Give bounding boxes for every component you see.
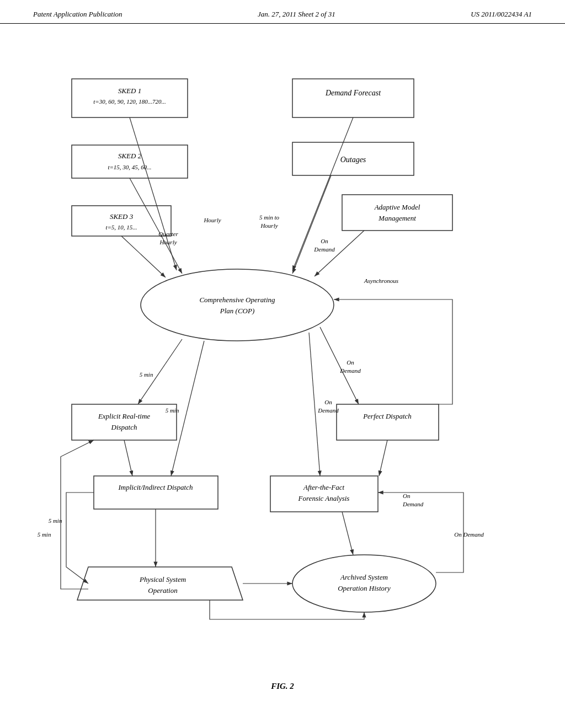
svg-text:After-the-Fact: After-the-Fact <box>303 483 344 491</box>
svg-line-55 <box>124 440 132 476</box>
svg-text:Plan (COP): Plan (COP) <box>220 307 254 315</box>
svg-text:5 min: 5 min <box>38 531 51 538</box>
svg-text:5 min: 5 min <box>166 407 179 414</box>
svg-text:Implicit/Indirect Dispatch: Implicit/Indirect Dispatch <box>118 483 193 491</box>
svg-text:Quarter: Quarter <box>158 231 178 237</box>
svg-rect-24 <box>337 404 439 440</box>
svg-rect-5 <box>72 145 188 178</box>
svg-text:Comprehensive Operating: Comprehensive Operating <box>199 296 275 304</box>
svg-line-41 <box>292 175 331 274</box>
svg-text:Demand: Demand <box>402 501 424 507</box>
header-center: Jan. 27, 2011 Sheet 2 of 31 <box>258 10 335 19</box>
svg-text:Forensic Analysis: Forensic Analysis <box>298 494 350 502</box>
svg-text:On: On <box>403 493 411 499</box>
svg-point-34 <box>292 555 436 612</box>
svg-rect-15 <box>342 195 452 231</box>
diagram: SKED 1 t=30, 60, 90, 120, 180...720... S… <box>0 24 565 708</box>
svg-text:5 min: 5 min <box>49 517 62 524</box>
header-right: US 2011/0022434 A1 <box>471 10 532 19</box>
svg-line-62 <box>379 440 387 476</box>
svg-text:Operation History: Operation History <box>338 584 391 592</box>
svg-text:5 min to: 5 min to <box>259 214 280 221</box>
svg-text:Hourly: Hourly <box>260 222 278 229</box>
svg-line-37 <box>130 117 177 270</box>
svg-text:On Demand: On Demand <box>454 531 484 538</box>
svg-marker-31 <box>77 567 243 600</box>
fig-label: FIG. 2 <box>0 682 565 691</box>
svg-text:Hourly: Hourly <box>159 239 177 245</box>
svg-text:Dispatch: Dispatch <box>111 423 137 431</box>
svg-line-39 <box>121 236 166 277</box>
svg-text:SKED 2: SKED 2 <box>118 152 142 160</box>
svg-rect-11 <box>292 79 414 117</box>
svg-text:Outages: Outages <box>340 156 366 164</box>
svg-text:Demand: Demand <box>317 407 339 414</box>
svg-text:Perfect Dispatch: Perfect Dispatch <box>363 412 412 420</box>
svg-text:Management: Management <box>378 214 416 222</box>
svg-text:Explicit Real-time: Explicit Real-time <box>98 412 150 420</box>
page: Patent Application Publication Jan. 27, … <box>0 0 565 728</box>
svg-text:Operation: Operation <box>148 586 177 595</box>
svg-text:On: On <box>321 238 328 244</box>
svg-text:5 min: 5 min <box>140 371 153 378</box>
svg-line-66 <box>342 512 353 555</box>
svg-rect-26 <box>94 476 218 509</box>
svg-rect-21 <box>72 404 177 440</box>
svg-text:On: On <box>324 399 332 405</box>
svg-line-59 <box>309 333 320 476</box>
svg-text:SKED 3: SKED 3 <box>110 212 134 221</box>
svg-point-18 <box>141 269 334 341</box>
svg-line-56 <box>320 327 359 404</box>
diagram-svg: SKED 1 t=30, 60, 90, 120, 180...720... S… <box>0 24 565 708</box>
svg-text:Asynchronous: Asynchronous <box>364 277 398 284</box>
svg-text:t=30, 60, 90, 120, 180...720..: t=30, 60, 90, 120, 180...720... <box>93 98 166 105</box>
svg-text:Demand: Demand <box>313 246 335 253</box>
svg-text:Demand: Demand <box>339 367 361 374</box>
svg-line-38 <box>130 178 182 274</box>
svg-rect-8 <box>72 206 171 236</box>
svg-text:Archived System: Archived System <box>340 573 388 581</box>
svg-text:Adaptive Model: Adaptive Model <box>374 203 420 211</box>
page-header: Patent Application Publication Jan. 27, … <box>0 0 565 24</box>
svg-text:Physical System: Physical System <box>139 575 186 584</box>
svg-text:Hourly: Hourly <box>203 217 221 223</box>
header-left: Patent Application Publication <box>33 10 122 19</box>
svg-text:t=5, 10, 15...: t=5, 10, 15... <box>105 224 137 231</box>
svg-text:On: On <box>347 359 354 366</box>
svg-text:Demand Forecast: Demand Forecast <box>325 89 381 97</box>
svg-text:SKED 1: SKED 1 <box>118 87 141 95</box>
